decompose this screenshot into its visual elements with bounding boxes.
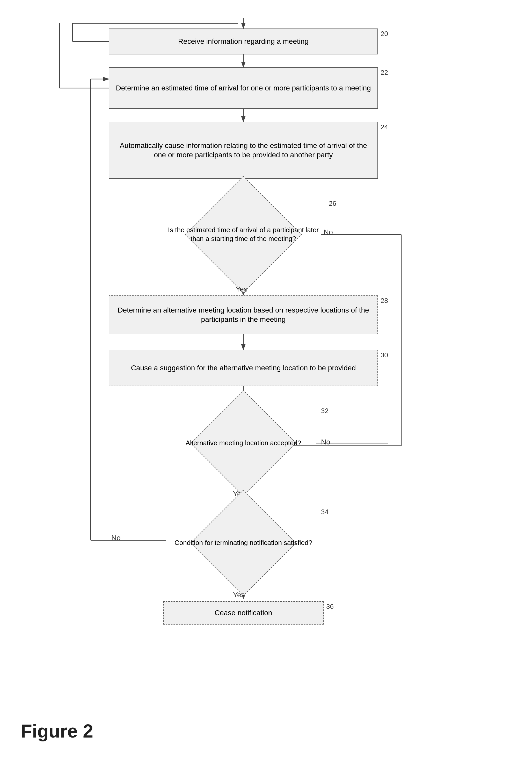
diamond-32-text: Alternative meeting location accepted? — [168, 400, 318, 486]
step-30-box: Cause a suggestion for the alternative m… — [109, 350, 378, 386]
step-28-label: 28 — [381, 297, 388, 305]
step-24-label: 24 — [381, 123, 388, 131]
diamond-34-text: Condition for terminating notification s… — [168, 500, 318, 586]
step-34-label: 34 — [321, 508, 329, 516]
no-label-34: No — [111, 534, 121, 542]
step-32-label: 32 — [321, 407, 329, 415]
step-24-box: Automatically cause information relating… — [109, 122, 378, 179]
yes-label-34: Yes — [233, 591, 245, 599]
step-28-box: Determine an alternative meeting locatio… — [109, 296, 378, 334]
step-20-label: 20 — [381, 30, 388, 38]
step-36-box: Cease notification — [163, 601, 324, 624]
step-26-label: 26 — [329, 200, 336, 208]
diamond-26-container: Is the estimated time of arrival of a pa… — [160, 192, 326, 277]
step-30-text: Cause a suggestion for the alternative m… — [131, 363, 356, 373]
step-36-text: Cease notification — [215, 608, 272, 617]
step-22-label: 22 — [381, 69, 388, 77]
diamond-26-text: Is the estimated time of arrival of a pa… — [160, 192, 326, 277]
step-30-label: 30 — [381, 351, 388, 359]
step-36-label: 36 — [326, 602, 334, 610]
diamond-32-container: Alternative meeting location accepted? — [168, 400, 318, 486]
step-22-box: Determine an estimated time of arrival f… — [109, 67, 378, 109]
yes-label-26: Yes — [236, 285, 247, 293]
step-20-box: Receive information regarding a meeting — [109, 29, 378, 54]
diagram-container: Receive information regarding a meeting … — [39, 10, 492, 736]
figure-label: Figure 2 — [21, 720, 93, 742]
step-22-text: Determine an estimated time of arrival f… — [116, 83, 371, 93]
diamond-34-container: Condition for terminating notification s… — [168, 500, 318, 586]
step-20-text: Receive information regarding a meeting — [178, 37, 309, 46]
step-28-text: Determine an alternative meeting locatio… — [115, 306, 372, 325]
no-label-32: No — [321, 438, 330, 446]
step-24-text: Automatically cause information relating… — [115, 141, 372, 160]
